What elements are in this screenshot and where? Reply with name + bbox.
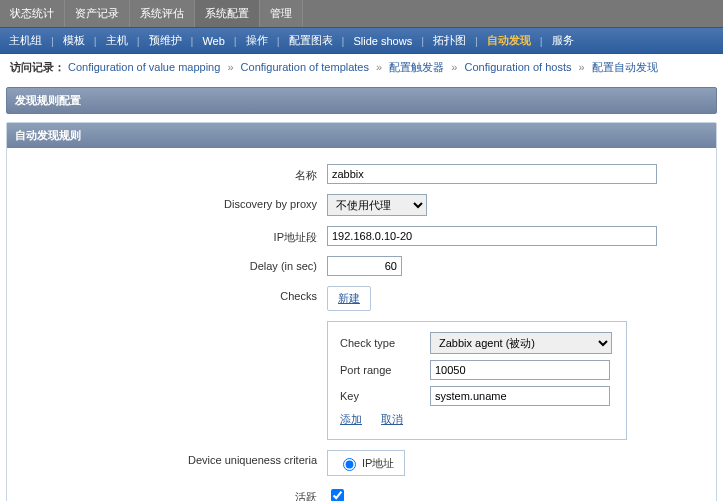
key-input[interactable] [430,386,610,406]
delay-input[interactable] [327,256,402,276]
tab-admin[interactable]: 管理 [260,0,303,27]
subtab-hosts[interactable]: 主机 [97,28,137,53]
new-check-button[interactable]: 新建 [327,286,371,311]
label-port: Port range [340,364,430,376]
checktype-select[interactable]: Zabbix agent (被动) [430,332,612,354]
label-key: Key [340,390,430,402]
page-title: 发现规则配置 [6,87,717,114]
active-checkbox[interactable] [331,489,344,501]
subtab-maintenance[interactable]: 预维护 [140,28,191,53]
tab-config[interactable]: 系统配置 [195,0,260,27]
subtab-graphs[interactable]: 配置图表 [280,28,342,53]
crumb-triggers[interactable]: 配置触发器 [389,61,444,73]
breadcrumb-label: 访问记录： [10,61,65,73]
label-delay: Delay (in sec) [27,256,327,272]
label-active: 活跃 [27,486,327,501]
label-iprange: IP地址段 [27,226,327,245]
subtab-hostgroups[interactable]: 主机组 [0,28,51,53]
check-cancel-link[interactable]: 取消 [381,413,403,425]
chevron-icon: » [223,61,237,73]
port-input[interactable] [430,360,610,380]
name-input[interactable] [327,164,657,184]
uniq-radio-input[interactable] [343,458,356,471]
tab-assess[interactable]: 系统评估 [130,0,195,27]
chevron-icon: » [372,61,386,73]
subtab-discovery[interactable]: 自动发现 [478,28,540,53]
uniq-radio[interactable]: IP地址 [327,450,405,476]
label-name: 名称 [27,164,327,183]
check-editor: Check type Zabbix agent (被动) Port range … [327,321,627,440]
subtab-services[interactable]: 服务 [543,28,583,53]
subtab-slides[interactable]: Slide shows [344,30,421,52]
label-checktype: Check type [340,337,430,349]
chevron-icon: » [575,61,589,73]
check-add-link[interactable]: 添加 [340,413,362,425]
iprange-input[interactable] [327,226,657,246]
subtab-actions[interactable]: 操作 [237,28,277,53]
crumb-discovery[interactable]: 配置自动发现 [592,61,658,73]
top-tabs: 状态统计 资产记录 系统评估 系统配置 管理 [0,0,723,27]
crumb-hosts[interactable]: Configuration of hosts [465,61,572,73]
subtab-web[interactable]: Web [193,30,233,52]
chevron-icon: » [447,61,461,73]
tab-status[interactable]: 状态统计 [0,0,65,27]
crumb-templates[interactable]: Configuration of templates [241,61,369,73]
sub-tabs: 主机组| 模板| 主机| 预维护| Web| 操作| 配置图表| Slide s… [0,27,723,54]
tab-assets[interactable]: 资产记录 [65,0,130,27]
label-uniq: Device uniqueness criteria [27,450,327,466]
subtab-templates[interactable]: 模板 [54,28,94,53]
subtab-maps[interactable]: 拓扑图 [424,28,475,53]
uniq-radio-label: IP地址 [362,456,394,471]
proxy-select[interactable]: 不使用代理 [327,194,427,216]
crumb-valuemap[interactable]: Configuration of value mapping [68,61,220,73]
form-card: 自动发现规则 名称 Discovery by proxy 不使用代理 IP地址段… [6,122,717,501]
label-checks: Checks [27,286,327,302]
label-proxy: Discovery by proxy [27,194,327,210]
breadcrumb: 访问记录： Configuration of value mapping » C… [0,54,723,81]
card-title: 自动发现规则 [7,123,716,148]
